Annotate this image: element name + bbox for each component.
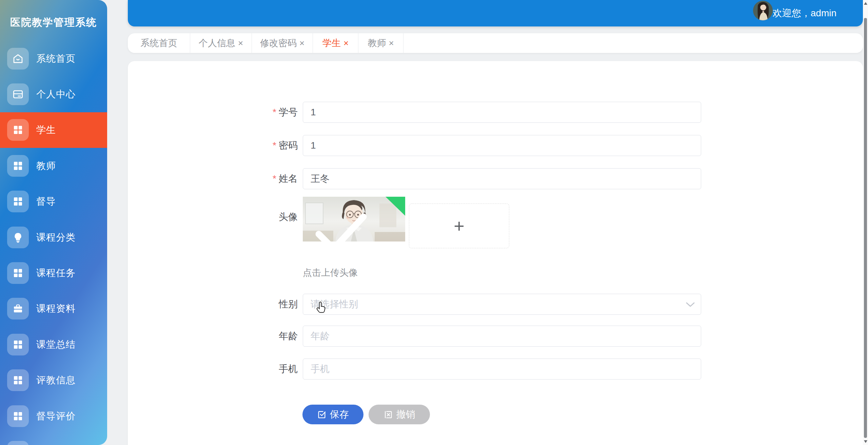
required-asterisk: *: [273, 140, 276, 151]
sidebar-item-label: 系统首页: [36, 52, 76, 65]
gender-select[interactable]: 请选择性别: [303, 294, 701, 315]
chevron-down-icon: [686, 302, 695, 307]
tab-close-icon[interactable]: ×: [343, 39, 349, 47]
password-input[interactable]: [303, 135, 701, 156]
plus-icon: +: [454, 215, 465, 236]
phone-field-box: [303, 359, 701, 380]
tab-close-icon[interactable]: ×: [238, 39, 243, 47]
scrollbar-down-arrow[interactable]: [864, 440, 867, 443]
sidebar-item-student[interactable]: 学生: [0, 112, 107, 148]
tab-label: 教师: [368, 37, 386, 49]
name-input[interactable]: [303, 169, 701, 189]
check-icon: [303, 212, 392, 241]
app-title: 医院教学管理系统: [0, 16, 107, 30]
student-id-field-box: [303, 102, 701, 123]
age-input[interactable]: [303, 326, 701, 346]
sidebar-item-label: 个人中心: [36, 88, 76, 101]
scrollbar-track: [863, 0, 868, 445]
sidebar-item-label: 教师: [36, 159, 56, 172]
scrollbar-thumb[interactable]: [864, 18, 867, 438]
welcome-dropdown[interactable]: 欢迎您，admin: [773, 0, 836, 26]
save-button-label: 保存: [330, 408, 349, 421]
tab-personal-info[interactable]: 个人信息 ×: [190, 33, 252, 53]
required-asterisk: *: [273, 173, 276, 184]
sidebar-item-evaluation-info[interactable]: 评教信息: [0, 363, 107, 398]
grid-icon: [7, 155, 29, 177]
upload-hint: 点击上传头像: [303, 267, 358, 279]
sidebar-item-partial[interactable]: [0, 434, 107, 445]
student-form-card: * 学号 * 密码 * 姓名 头像: [128, 61, 863, 445]
sidebar-item-system-home[interactable]: 系统首页: [0, 41, 107, 76]
grid-icon: [7, 119, 29, 141]
tab-label: 个人信息: [199, 37, 235, 49]
sidebar-item-course-material[interactable]: 课程资料: [0, 291, 107, 327]
tab-label: 学生: [322, 37, 341, 49]
grid-icon: [7, 191, 29, 212]
required-asterisk: *: [273, 107, 276, 118]
scrollbar-up-arrow[interactable]: [864, 2, 867, 5]
sidebar-item-label: 课堂总结: [36, 338, 76, 351]
grid-icon: [7, 441, 29, 445]
sidebar-item-supervisor[interactable]: 督导: [0, 184, 107, 219]
sidebar-item-label: 督导评价: [36, 410, 76, 423]
tab-system-home[interactable]: 系统首页: [128, 33, 190, 53]
gender-label: 性别: [128, 294, 298, 315]
sidebar-item-personal-center[interactable]: 个人中心: [0, 76, 107, 112]
password-label: * 密码: [128, 135, 298, 156]
grid-icon: [7, 369, 29, 391]
sidebar-item-supervisor-evaluation[interactable]: 督导评价: [0, 398, 107, 434]
tab-close-icon[interactable]: ×: [389, 39, 394, 47]
sidebar-item-class-summary[interactable]: 课堂总结: [0, 327, 107, 362]
tab-label: 系统首页: [141, 37, 177, 49]
sidebar-item-label: 课程分类: [36, 231, 76, 244]
password-field-box: [303, 135, 701, 156]
grid-icon: [7, 262, 29, 284]
tabbar: 系统首页 个人信息 × 修改密码 × 学生 × 教师 ×: [128, 33, 863, 53]
sidebar-item-teacher[interactable]: 教师: [0, 148, 107, 183]
undo-button-label: 撤销: [396, 408, 415, 421]
phone-input[interactable]: [303, 359, 701, 379]
home-icon: [7, 48, 29, 70]
tab-change-password[interactable]: 修改密码 ×: [252, 33, 313, 53]
id-card-icon: [7, 83, 29, 105]
sidebar-item-label: 课程任务: [36, 267, 76, 279]
name-label: * 姓名: [128, 168, 298, 189]
mouse-cursor: [315, 301, 328, 315]
tab-label: 修改密码: [260, 37, 297, 49]
age-field-box: [303, 326, 701, 347]
tab-close-icon[interactable]: ×: [299, 39, 304, 47]
avatar-upload-button[interactable]: +: [409, 204, 509, 248]
avatar-thumbnail[interactable]: [303, 197, 405, 241]
age-label: 年龄: [128, 326, 298, 347]
sidebar-menu: 系统首页 个人中心 学生 教师 督导: [0, 41, 107, 445]
sidebar-item-label: 学生: [36, 123, 56, 136]
sidebar-item-label: 评教信息: [36, 374, 76, 387]
bulb-icon: [7, 227, 29, 248]
tab-teacher[interactable]: 教师 ×: [358, 33, 403, 53]
gender-placeholder: 请选择性别: [303, 298, 358, 311]
tab-student[interactable]: 学生 ×: [313, 33, 358, 53]
grid-icon: [7, 405, 29, 427]
briefcase-icon: [7, 298, 29, 320]
student-id-label: * 学号: [128, 102, 298, 123]
student-id-input[interactable]: [303, 102, 701, 122]
sidebar-item-course-category[interactable]: 课程分类: [0, 219, 107, 255]
grid-icon: [7, 334, 29, 355]
undo-button[interactable]: 撤销: [369, 405, 430, 424]
user-avatar[interactable]: [753, 1, 773, 20]
sidebar-item-label: 督导: [36, 195, 56, 208]
sidebar: 医院教学管理系统 系统首页 个人中心 学生: [0, 0, 107, 445]
phone-label: 手机: [128, 359, 298, 380]
welcome-text: 欢迎您，admin: [773, 7, 836, 20]
save-button[interactable]: 保存: [302, 405, 363, 424]
sidebar-item-course-task[interactable]: 课程任务: [0, 255, 107, 291]
topbar: 欢迎您，admin: [128, 0, 863, 26]
avatar-label: 头像: [128, 207, 298, 228]
sidebar-item-label: 课程资料: [36, 302, 76, 315]
name-field-box: [303, 168, 701, 189]
